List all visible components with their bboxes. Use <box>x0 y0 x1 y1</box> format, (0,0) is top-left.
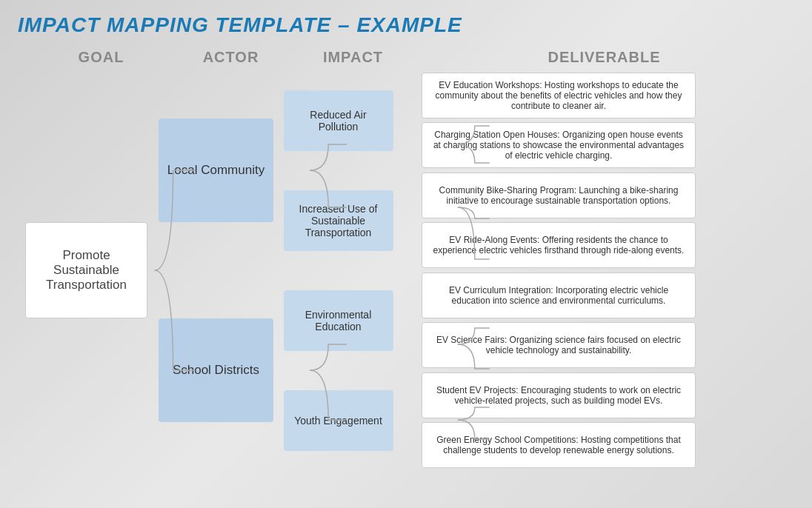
impact-box-reduced-air: Reduced Air Pollution <box>284 90 393 151</box>
impact-box-youth-engagement: Youth Engagement <box>284 390 393 451</box>
diagram-area: Promote Sustainable Transportation Local… <box>18 70 794 470</box>
deliverable-green-energy-competitions: Green Energy School Competitions: Hostin… <box>422 422 696 468</box>
deliverable-bike-sharing-text: Community Bike-Sharing Program: Launchin… <box>431 185 686 206</box>
actor-box-school-districts: School Districts <box>159 318 273 422</box>
deliverable-bike-sharing: Community Bike-Sharing Program: Launchin… <box>422 173 696 218</box>
deliverable-ev-curriculum-text: EV Curriculum Integration: Incorporating… <box>431 285 686 306</box>
deliverable-green-energy-competitions-text: Green Energy School Competitions: Hostin… <box>431 435 686 455</box>
header-actor: ACTOR <box>170 49 292 66</box>
header-impact: IMPACT <box>292 49 414 66</box>
impact-box-env-education: Environmental Education <box>284 290 393 351</box>
goal-label: Promote Sustainable Transportation <box>33 248 139 293</box>
actor-local-community-label: Local Community <box>167 163 264 178</box>
impact-box-increased-use: Increased Use of Sustainable Transportat… <box>284 190 393 251</box>
impact-increased-use-label: Increased Use of Sustainable Transportat… <box>290 203 387 238</box>
actor-column: Local Community School Districts <box>155 70 277 470</box>
goal-column: Promote Sustainable Transportation <box>18 70 155 470</box>
deliverable-charging-station: Charging Station Open Houses: Organizing… <box>422 122 696 168</box>
header-deliverable: DELIVERABLE <box>414 49 794 66</box>
actor-box-local-community: Local Community <box>159 118 273 222</box>
deliverable-student-ev-projects: Student EV Projects: Encouraging student… <box>422 372 696 418</box>
impact-env-education-label: Environmental Education <box>290 309 387 332</box>
deliverable-ev-ride-along: EV Ride-Along Events: Offering residents… <box>422 222 696 268</box>
deliverable-ev-curriculum: EV Curriculum Integration: Incorporating… <box>422 273 696 318</box>
deliverable-ev-ride-along-text: EV Ride-Along Events: Offering residents… <box>431 235 686 255</box>
impact-column: Reduced Air Pollution Increased Use of S… <box>277 70 399 470</box>
impact-youth-engagement-label: Youth Engagement <box>294 415 382 427</box>
deliverable-ev-education-workshops: EV Education Workshops: Hosting workshop… <box>422 73 696 118</box>
header-goal: GOAL <box>33 49 170 66</box>
deliverable-ev-science-fairs: EV Science Fairs: Organizing science fai… <box>422 322 696 368</box>
deliverable-column: EV Education Workshops: Hosting workshop… <box>399 70 794 470</box>
deliverable-ev-education-workshops-text: EV Education Workshops: Hosting workshop… <box>431 80 686 111</box>
deliverable-ev-science-fairs-text: EV Science Fairs: Organizing science fai… <box>431 335 686 355</box>
actor-school-districts-label: School Districts <box>173 363 259 378</box>
goal-box: Promote Sustainable Transportation <box>25 222 147 318</box>
main-container: IMPACT MAPPING TEMPLATE – EXAMPLE GOAL A… <box>0 0 812 508</box>
page-title: IMPACT MAPPING TEMPLATE – EXAMPLE <box>18 13 794 37</box>
deliverable-student-ev-projects-text: Student EV Projects: Encouraging student… <box>431 385 686 406</box>
deliverable-charging-station-text: Charging Station Open Houses: Organizing… <box>431 130 686 161</box>
impact-reduced-air-label: Reduced Air Pollution <box>290 109 387 133</box>
